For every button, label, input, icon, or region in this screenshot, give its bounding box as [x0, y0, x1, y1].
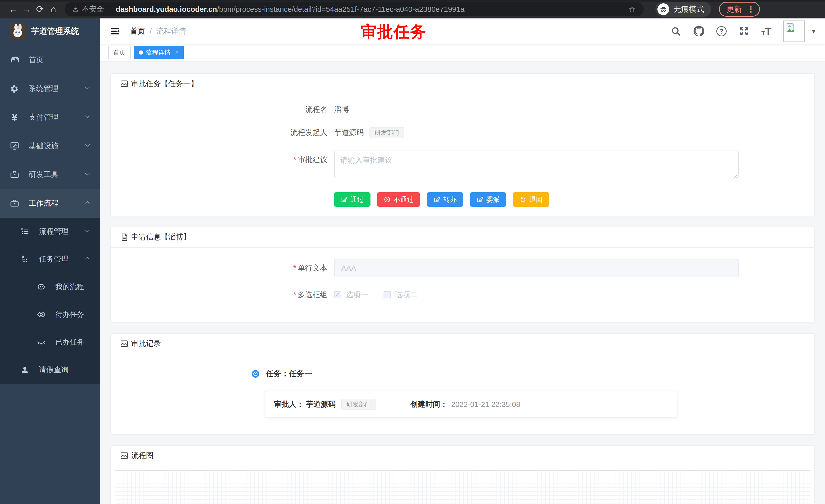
tab-process-detail[interactable]: 流程详情 × — [134, 46, 184, 59]
help-icon[interactable]: ? — [717, 26, 727, 36]
sidebar-item-my-process[interactable]: 我的流程 — [0, 273, 100, 301]
card-title: 审批任务【任务一】 — [131, 79, 198, 89]
tab-home[interactable]: 首页 — [108, 46, 131, 59]
sidebar-item-infra[interactable]: 基础设施 — [0, 132, 100, 160]
approval-records-card: 审批记录 任务：任务一 审批人： 芋道源码 研发部门 创建时间： — [110, 333, 815, 435]
transfer-button[interactable]: 转办 — [427, 192, 463, 207]
card-header: 流程图 — [111, 446, 814, 466]
address-bar[interactable]: ⚠ 不安全 dashboard.yudao.iocoder.cn /bpm/pr… — [65, 2, 644, 16]
bpmn-grid-canvas[interactable] — [115, 470, 810, 504]
record-timeline: 任务：任务一 审批人： 芋道源码 研发部门 创建时间： 2022-01-21 2… — [111, 354, 814, 434]
sidebar-logo-row[interactable]: 芋道管理系统 — [0, 18, 100, 44]
sidebar-item-leave-query[interactable]: 请假查询 — [0, 356, 100, 384]
browser-reload-button[interactable]: ⟳ — [33, 3, 47, 16]
main-area: 首页 / 流程详情 审批任务 ? TT — [100, 18, 825, 504]
form-row-starter: 流程发起人 芋道源码 研发部门 — [111, 127, 814, 138]
sidebar-item-label: 研发工具 — [29, 170, 58, 180]
apply-form: *单行文本 *多选框组 ✓ 选项一 — [111, 248, 814, 322]
checkbox-option-1: ✓ 选项一 — [334, 289, 368, 300]
chevron-down-icon — [84, 171, 91, 179]
header-actions: ? TT ▾ — [670, 20, 815, 42]
incognito-icon — [658, 3, 669, 15]
browser-back-button[interactable]: ← — [7, 3, 20, 16]
eye-closed-icon — [36, 337, 47, 347]
caret-down-icon[interactable]: ▾ — [812, 27, 815, 35]
sidebar-item-workflow[interactable]: 工作流程 — [0, 189, 100, 218]
sidebar-menu: 首页 系统管理 ¥ 支付管理 基础设施 — [0, 44, 100, 384]
approval-buttons-row: 通过 不通过 转办 委派 — [111, 192, 814, 207]
required-asterisk: * — [293, 264, 296, 272]
sidebar-item-home[interactable]: 首页 — [0, 46, 100, 74]
sidebar-item-label: 我的流程 — [55, 282, 84, 292]
eye-open-icon — [36, 309, 47, 320]
sidebar-item-label: 流程管理 — [39, 226, 69, 237]
approver-dept-tag: 研发部门 — [341, 399, 376, 410]
sidebar-item-devtools[interactable]: 研发工具 — [0, 160, 100, 189]
sidebar-item-done-tasks[interactable]: 已办任务 — [0, 328, 100, 356]
app-shell: 芋道管理系统 首页 系统管理 ¥ 支付管理 — [0, 18, 825, 504]
sidebar-item-label: 待办任务 — [55, 310, 84, 319]
sidebar: 芋道管理系统 首页 系统管理 ¥ 支付管理 — [0, 18, 100, 504]
form-row-checkboxes: *多选框组 ✓ 选项一 选项二 — [111, 289, 814, 300]
search-icon[interactable] — [670, 26, 681, 37]
breadcrumb-home[interactable]: 首页 — [130, 26, 145, 36]
not-secure-label: 不安全 — [82, 4, 104, 14]
logo-rabbit-image — [10, 23, 26, 39]
monitor-icon — [9, 141, 20, 151]
required-asterisk: * — [293, 290, 296, 299]
sidebar-item-task-mgmt[interactable]: 任务管理 — [0, 245, 100, 273]
record-detail-card: 审批人： 芋道源码 研发部门 创建时间： 2022-01-21 22:35:08 — [265, 391, 677, 418]
approver-label: 审批人： — [274, 399, 304, 410]
clock-icon — [251, 370, 259, 378]
picture-icon — [120, 451, 129, 460]
gear-icon — [9, 83, 20, 94]
sidebar-item-label: 任务管理 — [39, 254, 69, 264]
bookmark-star-icon[interactable]: ☆ — [628, 4, 636, 14]
briefcase-icon — [9, 198, 20, 209]
robot-face-icon — [36, 281, 47, 292]
broken-image-icon — [785, 22, 796, 33]
circle-close-icon — [384, 196, 390, 203]
browser-chrome: ← → ⟳ ⌂ ⚠ 不安全 dashboard.yudao.iocoder.cn… — [0, 0, 825, 18]
edit-icon — [341, 196, 348, 203]
avatar[interactable] — [783, 20, 805, 42]
card-title: 申请信息【滔博】 — [131, 232, 191, 242]
workflow-submenu: 流程管理 任务管理 我的流程 — [0, 218, 100, 384]
browser-home-button[interactable]: ⌂ — [47, 3, 60, 16]
sidebar-item-label: 基础设施 — [29, 141, 58, 151]
browser-menu-icon[interactable]: ⋮ — [746, 4, 755, 14]
sidebar-item-label: 首页 — [29, 55, 44, 65]
tab-label: 首页 — [113, 49, 126, 57]
approval-task-card: 审批任务【任务一】 流程名 滔博 流程发起人 芋道源码 研发部门 — [110, 73, 815, 217]
document-icon — [120, 233, 129, 242]
checkbox-label: 选项一 — [346, 289, 368, 300]
font-size-icon[interactable]: TT — [761, 26, 771, 36]
sidebar-item-system[interactable]: 系统管理 — [0, 74, 100, 103]
card-header: 审批记录 — [111, 334, 814, 354]
sidebar-item-label: 请假查询 — [39, 365, 69, 375]
card-title: 审批记录 — [131, 339, 161, 349]
update-label: 更新 — [726, 4, 742, 15]
sidebar-item-todo-tasks[interactable]: 待办任务 — [0, 301, 100, 328]
github-icon[interactable] — [693, 26, 704, 37]
hamburger-icon[interactable] — [110, 26, 121, 37]
picture-icon — [120, 79, 129, 88]
return-button[interactable]: 退回 — [513, 192, 549, 207]
reject-button[interactable]: 不通过 — [377, 192, 420, 207]
yen-icon: ¥ — [9, 112, 20, 123]
fullscreen-icon[interactable] — [738, 26, 750, 37]
red-annotation-text: 审批任务 — [361, 21, 426, 43]
task-title: 任务：任务一 — [266, 368, 312, 379]
chevron-down-icon — [84, 85, 91, 93]
browser-forward-button[interactable]: → — [20, 3, 33, 16]
edit-icon — [434, 196, 440, 203]
suggestion-textarea[interactable] — [334, 151, 739, 178]
approve-button[interactable]: 通过 — [334, 192, 371, 207]
browser-update-button[interactable]: 更新 ⋮ — [719, 2, 760, 17]
sidebar-item-process-mgmt[interactable]: 流程管理 — [0, 218, 100, 245]
toolbox-icon — [9, 169, 20, 180]
sidebar-item-payment[interactable]: ¥ 支付管理 — [0, 103, 100, 132]
close-icon[interactable]: × — [175, 49, 178, 56]
delegate-button[interactable]: 委派 — [470, 192, 506, 207]
required-asterisk: * — [293, 156, 296, 164]
